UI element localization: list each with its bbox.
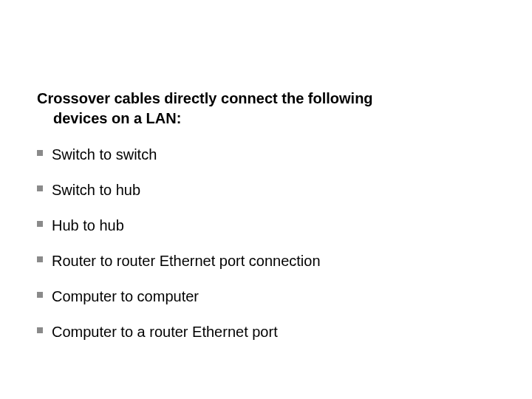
list-item: Computer to computer	[37, 287, 488, 306]
list-item: Router to router Ethernet port connectio…	[37, 251, 488, 270]
square-bullet-icon	[37, 292, 43, 298]
square-bullet-icon	[37, 327, 43, 333]
square-bullet-icon	[37, 150, 43, 156]
list-item: Switch to hub	[37, 180, 488, 200]
square-bullet-icon	[37, 256, 43, 262]
list-item-text: Hub to hub	[52, 217, 124, 233]
heading-line-1: Crossover cables directly connect the fo…	[37, 90, 373, 106]
heading-line-2: devices on a LAN:	[37, 109, 488, 129]
slide-heading: Crossover cables directly connect the fo…	[37, 89, 488, 129]
slide: Crossover cables directly connect the fo…	[0, 0, 532, 399]
list-item-text: Switch to hub	[52, 182, 140, 198]
list-item-text: Computer to a router Ethernet port	[52, 324, 278, 340]
list-item-text: Router to router Ethernet port connectio…	[52, 253, 321, 269]
list-item: Hub to hub	[37, 216, 488, 235]
list-item-text: Computer to computer	[52, 288, 199, 304]
bullet-list: Switch to switch Switch to hub Hub to hu…	[37, 145, 488, 341]
list-item: Switch to switch	[37, 145, 488, 164]
square-bullet-icon	[37, 221, 43, 227]
list-item-text: Switch to switch	[52, 146, 157, 163]
list-item: Computer to a router Ethernet port	[37, 322, 488, 341]
square-bullet-icon	[37, 185, 43, 191]
